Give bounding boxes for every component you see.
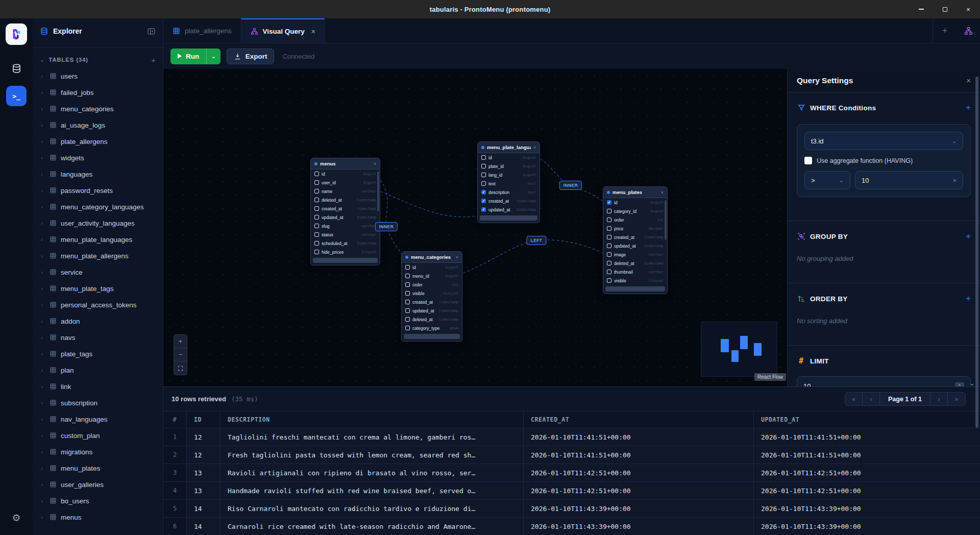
table-node-menu_plate_languages[interactable]: menu_plate_languages ×idbigintplate_idbi…	[477, 141, 540, 223]
run-options-button[interactable]: ⌄	[207, 54, 220, 59]
node-field-created_at[interactable]: created_attimestamp	[402, 298, 462, 306]
add-group-button[interactable]: +	[966, 231, 971, 241]
sidebar-table-item[interactable]: › link	[33, 378, 163, 395]
data-cell[interactable]: 12	[187, 428, 220, 446]
field-checkbox[interactable]	[314, 180, 319, 185]
table-row[interactable]: 112Tagliolini freschi mantecati con crem…	[163, 428, 980, 446]
node-field-plate_id[interactable]: plate_idbigint	[478, 162, 540, 171]
field-checkbox[interactable]	[314, 206, 319, 211]
field-checkbox[interactable]	[405, 274, 410, 278]
table-node-menu_categories[interactable]: menu_categories ×idbigintmenu_idbigintor…	[401, 251, 462, 342]
data-cell[interactable]: 13	[187, 482, 220, 499]
sidebar-table-item[interactable]: › navs	[33, 329, 163, 346]
data-cell[interactable]: 2026-01-10T11:42:51+00:00	[754, 464, 980, 481]
sidebar-table-item[interactable]: › plan	[33, 362, 163, 378]
field-checkbox[interactable]	[607, 270, 611, 274]
node-field-name[interactable]: namevarchar	[311, 187, 380, 196]
field-checkbox-checked[interactable]: ✓	[481, 190, 486, 194]
node-field-menu_id[interactable]: menu_idbigint	[402, 272, 462, 280]
node-field-lang_id[interactable]: lang_idbigint	[478, 171, 540, 179]
run-button[interactable]: Run ⌄	[170, 48, 220, 64]
sidebar-table-item[interactable]: › menu_category_languages	[33, 199, 163, 215]
node-field-thumbnail[interactable]: thumbnailvarchar	[603, 268, 667, 276]
data-cell[interactable]: Fresh tagliolini pasta tossed with lemon…	[220, 446, 524, 464]
number-spinner[interactable]: ▲ ▼	[955, 382, 964, 387]
node-hscrollbar[interactable]	[313, 258, 378, 263]
fit-view-button[interactable]	[174, 361, 187, 375]
node-field-deleted_at[interactable]: deleted_attimestamp	[402, 315, 462, 324]
node-field-visible[interactable]: visibletinyint	[402, 289, 462, 298]
close-tab-icon[interactable]: ×	[311, 28, 315, 35]
sidebar-table-item[interactable]: › nav_languages	[33, 411, 163, 427]
remove-node-icon[interactable]: ×	[533, 145, 536, 150]
zoom-in-button[interactable]: +	[174, 335, 187, 348]
sidebar-table-item[interactable]: › user_galleries	[33, 476, 163, 493]
row-number-cell[interactable]: 1	[163, 428, 187, 446]
row-number-cell[interactable]: 5	[163, 500, 187, 517]
export-button[interactable]: Export	[227, 48, 275, 64]
field-checkbox[interactable]	[314, 215, 319, 220]
node-field-id[interactable]: ✓idbigint	[603, 198, 667, 207]
data-cell[interactable]: 2026-01-10T11:43:39+00:00	[754, 500, 980, 517]
sidebar-table-item[interactable]: › subscription	[33, 395, 163, 411]
column-header-updated_at[interactable]: UPDATED_AT	[754, 411, 980, 428]
field-checkbox[interactable]	[607, 252, 611, 257]
collapse-panel-button[interactable]	[147, 27, 156, 36]
column-header-description[interactable]: DESCRIPTION	[220, 411, 524, 428]
field-checkbox[interactable]	[607, 244, 611, 248]
tables-section-header[interactable]: ⌄ TABLES (34) +	[33, 52, 163, 68]
sidebar-table-item[interactable]: › menu_plates	[33, 460, 163, 476]
minimize-button[interactable]	[910, 0, 933, 18]
field-checkbox[interactable]	[481, 155, 486, 160]
data-cell[interactable]: 2026-01-10T11:41:51+00:00	[524, 446, 754, 464]
node-field-image[interactable]: imagevarchar	[603, 250, 667, 259]
node-field-category_type[interactable]: category_typeenum	[402, 324, 462, 332]
sidebar-table-item[interactable]: › languages	[33, 166, 163, 182]
data-cell[interactable]: 2026-01-10T11:42:51+00:00	[524, 482, 754, 499]
field-checkbox[interactable]	[607, 226, 611, 231]
join-type-badge[interactable]: INNER	[559, 181, 582, 190]
sidebar-table-item[interactable]: › service	[33, 264, 163, 280]
first-page-button[interactable]: «	[845, 393, 863, 405]
field-checkbox[interactable]	[314, 232, 319, 237]
data-cell[interactable]: 14	[187, 518, 220, 535]
sidebar-table-item[interactable]: › failed_jobs	[33, 84, 163, 101]
node-field-deleted_at[interactable]: deleted_attimestamp	[603, 259, 667, 268]
table-row[interactable]: 614Carnaroli rice creamed with late-seas…	[163, 518, 980, 535]
field-checkbox-checked[interactable]: ✓	[607, 200, 611, 205]
data-cell[interactable]: 2026-01-10T11:41:51+00:00	[524, 428, 754, 446]
field-checkbox[interactable]	[405, 317, 410, 322]
field-checkbox[interactable]	[607, 235, 611, 239]
prev-page-button[interactable]: ‹	[863, 393, 880, 405]
field-checkbox[interactable]	[314, 198, 319, 202]
aggregate-checkbox[interactable]	[804, 157, 812, 164]
data-cell[interactable]: 2026-01-10T11:41:51+00:00	[754, 446, 980, 464]
data-cell[interactable]: 2026-01-10T11:43:39+00:00	[524, 500, 754, 517]
remove-node-icon[interactable]: ×	[374, 161, 376, 166]
data-cell[interactable]: 2026-01-10T11:42:51+00:00	[754, 482, 980, 499]
data-cell[interactable]: Handmade ravioli stuffed with red wine b…	[220, 482, 524, 499]
close-panel-button[interactable]: ×	[966, 76, 971, 85]
node-field-hide_prices[interactable]: hide_pricestinyint	[311, 248, 380, 256]
field-checkbox[interactable]	[607, 278, 611, 283]
sidebar-table-item[interactable]: › migrations	[33, 444, 163, 460]
table-row[interactable]: 413Handmade ravioli stuffed with red win…	[163, 482, 980, 500]
data-cell[interactable]: 2026-01-10T11:41:51+00:00	[754, 428, 980, 446]
data-cell[interactable]: Carnaroli rice creamed with late-season …	[220, 518, 524, 535]
sidebar-table-item[interactable]: › password_resets	[33, 182, 163, 199]
remove-node-icon[interactable]: ×	[661, 190, 664, 195]
table-node-menus[interactable]: menus ×idbigintuser_idbigintnamevarchard…	[310, 158, 380, 265]
canvas-minimap[interactable]	[701, 322, 777, 377]
node-field-user_id[interactable]: user_idbigint	[311, 178, 380, 187]
panel-scrollbar[interactable]	[975, 77, 978, 428]
table-row[interactable]: 212Fresh tagliolini pasta tossed with le…	[163, 446, 980, 464]
sidebar-table-item[interactable]: › menu_plate_allergens	[33, 248, 163, 264]
sidebar-table-item[interactable]: › custom_plan	[33, 427, 163, 444]
node-field-order[interactable]: orderint	[402, 280, 462, 289]
node-field-deleted_at[interactable]: deleted_attimestamp	[311, 196, 380, 204]
node-field-order[interactable]: orderint	[603, 215, 667, 224]
node-hscrollbar[interactable]	[404, 334, 460, 339]
join-type-badge[interactable]: INNER	[375, 222, 398, 231]
node-field-scheduled_at[interactable]: scheduled_attimestamp	[311, 239, 380, 248]
field-checkbox[interactable]	[607, 261, 611, 265]
